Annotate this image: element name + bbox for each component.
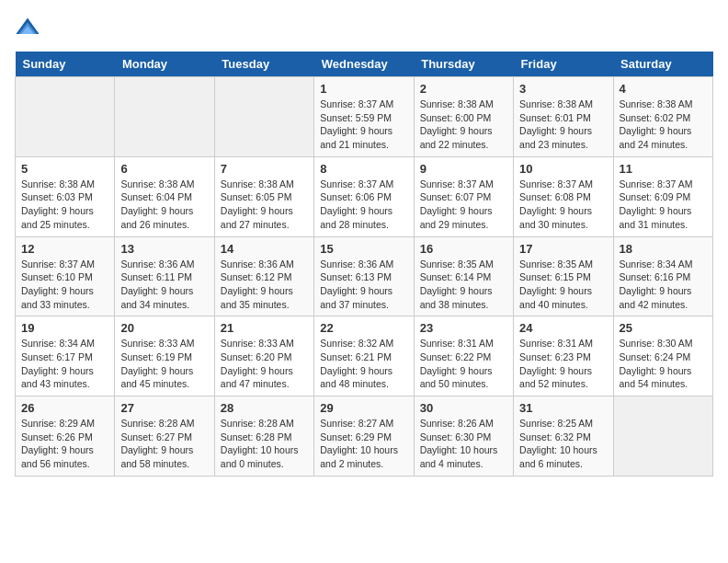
day-info: Sunrise: 8:37 AMSunset: 6:07 PMDaylight:… xyxy=(420,178,507,232)
calendar-cell xyxy=(115,77,214,157)
calendar-cell: 28Sunrise: 8:28 AMSunset: 6:28 PMDayligh… xyxy=(214,396,313,477)
day-info: Sunrise: 8:38 AMSunset: 6:02 PMDaylight:… xyxy=(620,98,707,152)
day-info: Sunrise: 8:31 AMSunset: 6:23 PMDaylight:… xyxy=(519,337,607,391)
calendar-cell: 25Sunrise: 8:30 AMSunset: 6:24 PMDayligh… xyxy=(613,316,712,396)
logo-icon xyxy=(15,15,40,40)
day-number: 16 xyxy=(420,242,507,256)
day-number: 31 xyxy=(519,401,607,415)
day-number: 21 xyxy=(221,321,308,335)
calendar-cell: 31Sunrise: 8:25 AMSunset: 6:32 PMDayligh… xyxy=(514,396,613,477)
day-info: Sunrise: 8:37 AMSunset: 6:08 PMDaylight:… xyxy=(519,178,607,232)
calendar-cell: 21Sunrise: 8:33 AMSunset: 6:20 PMDayligh… xyxy=(214,316,313,396)
day-info: Sunrise: 8:38 AMSunset: 6:01 PMDaylight:… xyxy=(519,98,607,152)
calendar-cell: 19Sunrise: 8:34 AMSunset: 6:17 PMDayligh… xyxy=(16,316,115,396)
calendar-cell xyxy=(16,77,115,157)
day-number: 17 xyxy=(519,242,607,256)
day-number: 1 xyxy=(320,82,407,96)
day-number: 29 xyxy=(320,401,407,415)
day-number: 5 xyxy=(21,162,108,176)
week-row-4: 19Sunrise: 8:34 AMSunset: 6:17 PMDayligh… xyxy=(16,316,713,396)
day-number: 30 xyxy=(420,401,507,415)
day-info: Sunrise: 8:37 AMSunset: 6:10 PMDaylight:… xyxy=(21,258,108,312)
day-number: 10 xyxy=(519,162,607,176)
weekday-header-tuesday: Tuesday xyxy=(214,52,313,77)
day-info: Sunrise: 8:37 AMSunset: 5:59 PMDaylight:… xyxy=(320,98,407,152)
day-number: 18 xyxy=(620,242,707,256)
day-number: 4 xyxy=(620,82,707,96)
weekday-header-monday: Monday xyxy=(115,52,214,77)
calendar-cell: 7Sunrise: 8:38 AMSunset: 6:05 PMDaylight… xyxy=(214,156,313,236)
calendar-cell: 15Sunrise: 8:36 AMSunset: 6:13 PMDayligh… xyxy=(314,236,414,316)
week-row-5: 26Sunrise: 8:29 AMSunset: 6:26 PMDayligh… xyxy=(16,396,713,477)
weekday-header-wednesday: Wednesday xyxy=(314,52,414,77)
page-header xyxy=(15,15,713,40)
day-number: 19 xyxy=(21,321,108,335)
day-number: 6 xyxy=(120,162,208,176)
day-number: 12 xyxy=(21,242,108,256)
day-info: Sunrise: 8:37 AMSunset: 6:06 PMDaylight:… xyxy=(320,178,407,232)
calendar-cell: 12Sunrise: 8:37 AMSunset: 6:10 PMDayligh… xyxy=(16,236,115,316)
day-number: 8 xyxy=(320,162,407,176)
day-info: Sunrise: 8:38 AMSunset: 6:03 PMDaylight:… xyxy=(21,178,108,232)
weekday-header-thursday: Thursday xyxy=(414,52,513,77)
calendar-cell: 10Sunrise: 8:37 AMSunset: 6:08 PMDayligh… xyxy=(514,156,613,236)
calendar-cell: 2Sunrise: 8:38 AMSunset: 6:00 PMDaylight… xyxy=(414,77,513,157)
weekday-header-sunday: Sunday xyxy=(16,52,115,77)
day-number: 11 xyxy=(620,162,707,176)
day-info: Sunrise: 8:25 AMSunset: 6:32 PMDaylight:… xyxy=(519,417,607,471)
calendar-cell: 23Sunrise: 8:31 AMSunset: 6:22 PMDayligh… xyxy=(414,316,513,396)
day-info: Sunrise: 8:36 AMSunset: 6:12 PMDaylight:… xyxy=(221,258,308,312)
calendar-cell: 26Sunrise: 8:29 AMSunset: 6:26 PMDayligh… xyxy=(16,396,115,477)
day-info: Sunrise: 8:37 AMSunset: 6:09 PMDaylight:… xyxy=(620,178,707,232)
day-info: Sunrise: 8:38 AMSunset: 6:04 PMDaylight:… xyxy=(120,178,208,232)
calendar-cell: 5Sunrise: 8:38 AMSunset: 6:03 PMDaylight… xyxy=(16,156,115,236)
day-info: Sunrise: 8:35 AMSunset: 6:15 PMDaylight:… xyxy=(519,258,607,312)
calendar-cell: 3Sunrise: 8:38 AMSunset: 6:01 PMDaylight… xyxy=(514,77,613,157)
day-number: 24 xyxy=(519,321,607,335)
day-info: Sunrise: 8:34 AMSunset: 6:17 PMDaylight:… xyxy=(21,337,108,391)
calendar-cell: 30Sunrise: 8:26 AMSunset: 6:30 PMDayligh… xyxy=(414,396,513,477)
week-row-1: 1Sunrise: 8:37 AMSunset: 5:59 PMDaylight… xyxy=(16,77,713,157)
calendar-cell: 1Sunrise: 8:37 AMSunset: 5:59 PMDaylight… xyxy=(314,77,414,157)
calendar-cell: 20Sunrise: 8:33 AMSunset: 6:19 PMDayligh… xyxy=(115,316,214,396)
day-number: 7 xyxy=(221,162,308,176)
week-row-2: 5Sunrise: 8:38 AMSunset: 6:03 PMDaylight… xyxy=(16,156,713,236)
day-info: Sunrise: 8:31 AMSunset: 6:22 PMDaylight:… xyxy=(420,337,507,391)
day-info: Sunrise: 8:33 AMSunset: 6:20 PMDaylight:… xyxy=(221,337,308,391)
calendar-cell: 18Sunrise: 8:34 AMSunset: 6:16 PMDayligh… xyxy=(613,236,712,316)
calendar-cell: 22Sunrise: 8:32 AMSunset: 6:21 PMDayligh… xyxy=(314,316,414,396)
day-info: Sunrise: 8:33 AMSunset: 6:19 PMDaylight:… xyxy=(120,337,208,391)
day-number: 27 xyxy=(120,401,208,415)
day-info: Sunrise: 8:38 AMSunset: 6:05 PMDaylight:… xyxy=(221,178,308,232)
day-info: Sunrise: 8:30 AMSunset: 6:24 PMDaylight:… xyxy=(620,337,707,391)
day-info: Sunrise: 8:28 AMSunset: 6:27 PMDaylight:… xyxy=(120,417,208,471)
day-number: 25 xyxy=(620,321,707,335)
calendar-cell: 17Sunrise: 8:35 AMSunset: 6:15 PMDayligh… xyxy=(514,236,613,316)
weekday-header-row: SundayMondayTuesdayWednesdayThursdayFrid… xyxy=(16,52,713,77)
calendar-cell: 24Sunrise: 8:31 AMSunset: 6:23 PMDayligh… xyxy=(514,316,613,396)
week-row-3: 12Sunrise: 8:37 AMSunset: 6:10 PMDayligh… xyxy=(16,236,713,316)
day-info: Sunrise: 8:32 AMSunset: 6:21 PMDaylight:… xyxy=(320,337,407,391)
calendar-cell: 29Sunrise: 8:27 AMSunset: 6:29 PMDayligh… xyxy=(314,396,414,477)
calendar-cell: 13Sunrise: 8:36 AMSunset: 6:11 PMDayligh… xyxy=(115,236,214,316)
day-number: 3 xyxy=(519,82,607,96)
day-info: Sunrise: 8:29 AMSunset: 6:26 PMDaylight:… xyxy=(21,417,108,471)
day-info: Sunrise: 8:27 AMSunset: 6:29 PMDaylight:… xyxy=(320,417,407,471)
calendar-cell: 8Sunrise: 8:37 AMSunset: 6:06 PMDaylight… xyxy=(314,156,414,236)
day-info: Sunrise: 8:36 AMSunset: 6:11 PMDaylight:… xyxy=(120,258,208,312)
day-info: Sunrise: 8:36 AMSunset: 6:13 PMDaylight:… xyxy=(320,258,407,312)
calendar-cell: 14Sunrise: 8:36 AMSunset: 6:12 PMDayligh… xyxy=(214,236,313,316)
calendar-table: SundayMondayTuesdayWednesdayThursdayFrid… xyxy=(15,52,713,477)
calendar-cell xyxy=(214,77,313,157)
weekday-header-friday: Friday xyxy=(514,52,613,77)
calendar-cell xyxy=(613,396,712,477)
logo xyxy=(15,15,44,40)
day-number: 22 xyxy=(320,321,407,335)
day-number: 13 xyxy=(120,242,208,256)
calendar-cell: 11Sunrise: 8:37 AMSunset: 6:09 PMDayligh… xyxy=(613,156,712,236)
day-number: 14 xyxy=(221,242,308,256)
day-number: 9 xyxy=(420,162,507,176)
weekday-header-saturday: Saturday xyxy=(613,52,712,77)
day-number: 28 xyxy=(221,401,308,415)
day-number: 20 xyxy=(120,321,208,335)
